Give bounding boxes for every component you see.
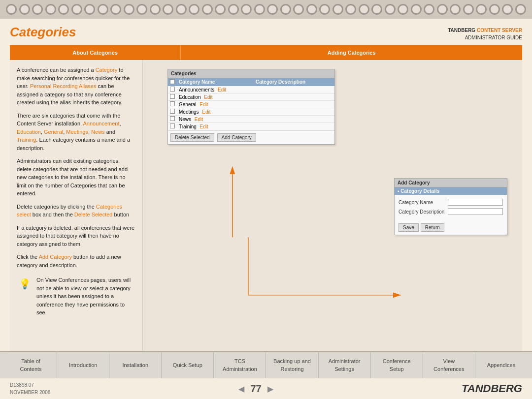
row-checkbox[interactable] — [170, 109, 175, 114]
edit-link-meetings[interactable]: Edit — [202, 109, 210, 115]
footer-bar: D13898.07 NOVEMBER 2008 ◀ 77 ▶ TANDBERG — [0, 378, 532, 399]
spiral-ring — [371, 4, 382, 15]
row-checkbox[interactable] — [170, 94, 175, 99]
link-delete-selected[interactable]: Delete Selected — [74, 212, 113, 217]
spiral-ring — [176, 4, 187, 15]
header-name: Category Name — [179, 79, 256, 85]
footer-date: NOVEMBER 2008 — [10, 389, 50, 396]
table-row: Meetings Edit — [168, 108, 334, 116]
input-category-desc[interactable] — [448, 208, 503, 215]
tab-view-conferences[interactable]: ViewConferences — [423, 352, 475, 378]
tab-about[interactable]: About Categories — [10, 45, 181, 60]
edit-link-education[interactable]: Edit — [204, 94, 212, 100]
link-add-category[interactable]: Add Category — [39, 254, 72, 260]
next-page-button[interactable]: ▶ — [267, 384, 273, 394]
delete-selected-button[interactable]: Delete Selected — [170, 133, 214, 142]
prev-page-button[interactable]: ◀ — [238, 384, 244, 394]
lightbulb-icon: 💡 — [17, 276, 33, 292]
footer-nav: ◀ 77 ▶ — [238, 383, 273, 395]
link-training[interactable]: Training — [17, 137, 36, 143]
spiral-ring — [215, 4, 226, 15]
mock-add-buttons: Save Return — [395, 221, 507, 235]
spiral-ring — [267, 4, 278, 15]
tab-quick-setup[interactable]: Quick Setup — [162, 352, 214, 378]
table-row: Education Edit — [168, 93, 334, 101]
spiral-ring — [437, 4, 448, 15]
spiral-ring — [124, 4, 134, 15]
table-row: News Edit — [168, 116, 334, 123]
input-category-name[interactable] — [448, 199, 503, 206]
spiral-ring — [136, 4, 147, 15]
spiral-ring — [32, 4, 43, 15]
link-category[interactable]: Category — [96, 67, 118, 73]
spiral-ring — [319, 4, 330, 15]
spiral-ring — [345, 4, 356, 15]
row-checkbox[interactable] — [170, 87, 175, 92]
spiral-ring — [359, 4, 369, 15]
bottom-nav: Table ofContents Introduction Installati… — [0, 351, 532, 378]
edit-link-news[interactable]: Edit — [195, 117, 203, 122]
edit-link-announcements[interactable]: Edit — [218, 87, 226, 92]
spiral-ring — [6, 4, 17, 15]
spiral-ring — [150, 4, 161, 15]
tip-box: 💡 On View Conferences pages, users will … — [17, 274, 135, 319]
spiral-ring — [189, 4, 200, 15]
mock-add-header: ▪ Category Details — [395, 187, 507, 195]
spiral-ring — [71, 4, 82, 15]
spiral-ring — [306, 4, 317, 15]
spiral-ring — [411, 4, 422, 15]
page-container: Categories TANDBERG CONTENT SERVER ADMIN… — [0, 19, 532, 399]
svg-marker-4 — [393, 292, 401, 298]
spiral-ring — [293, 4, 304, 15]
tab-administrator-settings[interactable]: AdministratorSettings — [319, 352, 371, 378]
spiral-ring — [280, 4, 291, 15]
link-news[interactable]: News — [91, 129, 105, 135]
tab-conference-setup[interactable]: ConferenceSetup — [371, 352, 423, 378]
link-general[interactable]: General — [44, 129, 63, 135]
mock-add-section-label: Category Details — [400, 188, 439, 194]
link-personal-recording[interactable]: Personal Recording Aliases — [30, 83, 97, 89]
tab-backing-up[interactable]: Backing up andRestoring — [266, 352, 318, 378]
form-row-desc: Category Description — [399, 208, 503, 215]
page-title: Categories — [10, 25, 76, 40]
page-number: 77 — [250, 383, 261, 395]
mock-add-body: Category Name Category Description — [395, 195, 507, 221]
spiral-ring — [84, 4, 95, 15]
tab-adding[interactable]: Adding Categories — [181, 45, 522, 60]
row-checkbox[interactable] — [170, 123, 175, 128]
spiral-ring — [110, 4, 121, 15]
add-category-button[interactable]: Add Category — [217, 133, 256, 142]
mock-add-section-icon: ▪ — [398, 188, 399, 194]
brand-tandberg: TANDBERG — [448, 28, 475, 33]
left-p4: Delete categories by clicking the Catego… — [17, 203, 135, 219]
spiral-ring — [398, 4, 408, 15]
edit-link-general[interactable]: Edit — [200, 102, 208, 107]
link-meetings[interactable]: Meetings — [66, 129, 88, 135]
tab-installation[interactable]: Installation — [109, 352, 162, 378]
link-announcement[interactable]: Announcement — [83, 121, 120, 126]
spiral-ring — [202, 4, 213, 15]
tab-introduction[interactable]: Introduction — [57, 352, 109, 378]
tab-table-of-contents[interactable]: Table ofContents — [5, 352, 57, 378]
right-panel: Categories Category Name Category Descri… — [143, 60, 522, 351]
edit-link-training[interactable]: Edit — [200, 124, 208, 129]
row-checkbox[interactable] — [170, 101, 175, 106]
label-category-name: Category Name — [399, 200, 448, 205]
spiral-ring — [463, 4, 474, 15]
tab-tcs-administration[interactable]: TCSAdministration — [214, 352, 266, 378]
spiral-ring — [502, 4, 513, 15]
svg-marker-1 — [230, 166, 235, 174]
row-checkbox[interactable] — [170, 116, 175, 121]
return-button[interactable]: Return — [421, 223, 444, 232]
header-checkbox[interactable] — [170, 79, 175, 84]
spiral-ring — [58, 4, 69, 15]
tab-bar: About Categories Adding Categories — [10, 45, 522, 60]
mock-categories-title: Categories — [168, 69, 334, 78]
link-education[interactable]: Education — [17, 129, 41, 135]
spiral-ring — [241, 4, 252, 15]
save-button[interactable]: Save — [399, 223, 419, 232]
tab-appendices[interactable]: Appendices — [475, 352, 527, 378]
left-p3: Administrators can edit existing categor… — [17, 157, 135, 198]
table-row: Announcements Edit — [168, 86, 334, 93]
left-p2: There are six categories that come with … — [17, 112, 135, 153]
